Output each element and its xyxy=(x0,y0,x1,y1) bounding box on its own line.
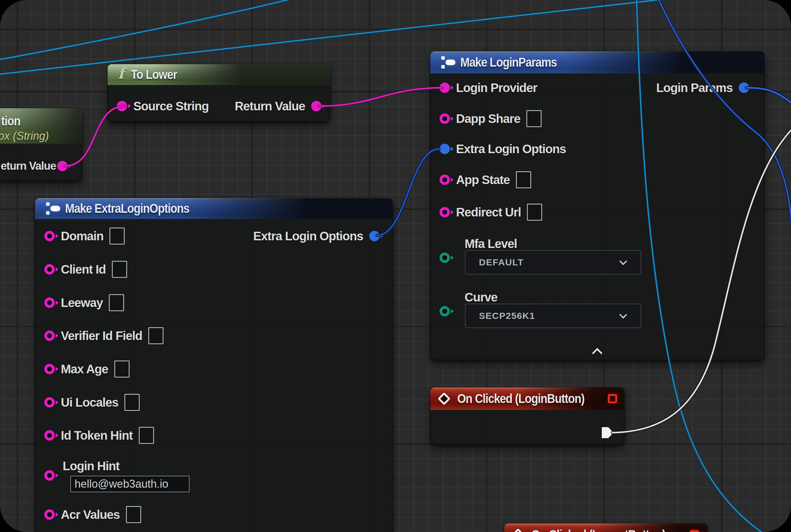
exec-output-pin[interactable] xyxy=(602,427,613,438)
input-pin-max-age[interactable] xyxy=(44,364,55,374)
chevron-down-icon xyxy=(619,311,627,319)
node-title: Make LoginParams xyxy=(460,55,557,70)
output-pin-return-value[interactable] xyxy=(57,161,67,171)
pin-circle xyxy=(440,144,450,154)
pin-label: Extra Login Options xyxy=(253,229,363,243)
icon-pill xyxy=(51,206,60,211)
node-make-extra-login-options[interactable]: Make ExtraLoginOptions Extra Login Optio… xyxy=(35,198,393,532)
mfa-level-dropdown[interactable]: DEFAULT xyxy=(465,250,641,274)
delegate-pin-icon[interactable] xyxy=(608,394,617,403)
blueprint-graph-canvas[interactable]: tion ox (String) eturn Value f To Lower … xyxy=(0,0,791,532)
input-pin-curve[interactable] xyxy=(440,306,450,317)
input-pin-ui-locales[interactable] xyxy=(44,397,55,407)
input-pin-mfa-level[interactable] xyxy=(440,252,450,263)
node-make-login-params[interactable]: Make LoginParams Login Provider Login Pa… xyxy=(430,51,765,360)
collapse-node-chevron[interactable] xyxy=(592,348,602,358)
pin-circle xyxy=(44,231,55,241)
mfa-level-label: Mfa Level xyxy=(465,237,517,251)
input-pin-client-id[interactable] xyxy=(44,264,55,274)
node-header: f To Lower xyxy=(108,64,330,85)
event-diamond-icon xyxy=(438,392,450,405)
curve-dropdown[interactable]: SECP256K1 xyxy=(465,304,641,328)
input-pin-app-state[interactable] xyxy=(440,175,450,185)
login-hint-label: Login Hint xyxy=(63,459,119,473)
pin-circle xyxy=(440,175,450,185)
ui-locales-checkbox[interactable] xyxy=(124,394,140,411)
wire-string-tolower-to-provider[interactable] xyxy=(319,88,442,106)
pin-circle xyxy=(440,252,450,263)
input-pin-source-string[interactable] xyxy=(117,101,127,111)
domain-checkbox[interactable] xyxy=(110,227,125,245)
pin-label: Client Id xyxy=(61,263,106,277)
input-pin-login-hint[interactable] xyxy=(44,470,55,481)
login-hint-input[interactable]: hello@web3auth.io xyxy=(70,476,190,492)
input-pin-redirect-url[interactable] xyxy=(440,207,450,217)
redirect-url-checkbox[interactable] xyxy=(527,204,542,221)
node-header: On Clicked (LoginButton) xyxy=(430,387,624,410)
pin-label: Extra Login Options xyxy=(456,142,566,156)
dapp-share-checkbox[interactable] xyxy=(526,110,542,127)
input-pin-domain[interactable] xyxy=(44,231,55,241)
make-struct-icon xyxy=(45,201,60,216)
input-pin-acr-values[interactable] xyxy=(44,509,55,520)
leeway-checkbox[interactable] xyxy=(109,294,124,311)
output-pin-login-params[interactable] xyxy=(739,82,749,93)
pin-circle xyxy=(44,364,55,374)
chevron-down-icon xyxy=(619,258,627,265)
icon-dot xyxy=(441,56,445,60)
output-pin-return-value[interactable] xyxy=(311,101,322,111)
pin-circle xyxy=(440,82,450,93)
node-on-clicked-logout-button[interactable]: On Clicked (LogoutButton) xyxy=(504,524,708,532)
app-state-checkbox[interactable] xyxy=(516,171,531,188)
id-token-hint-checkbox[interactable] xyxy=(139,427,154,444)
node-title: Make ExtraLoginOptions xyxy=(65,201,189,216)
pin-label: Redirect Url xyxy=(456,206,521,219)
mfa-level-value: DEFAULT xyxy=(479,257,524,268)
pin-label: App State xyxy=(456,173,510,187)
verifier-id-field-checkbox[interactable] xyxy=(148,327,163,344)
pin-label: Dapp Share xyxy=(456,112,520,126)
pin-label: Max Age xyxy=(61,362,108,376)
node-header: Make ExtraLoginOptions xyxy=(35,198,393,219)
input-pin-login-provider[interactable] xyxy=(440,82,450,93)
pin-circle xyxy=(440,306,450,317)
node-title: On Clicked (LoginButton) xyxy=(457,391,584,406)
curve-label: Curve xyxy=(465,290,497,304)
pin-circle xyxy=(44,430,55,441)
input-pin-verifier-id-field[interactable] xyxy=(44,330,55,341)
pin-label: Leeway xyxy=(61,296,103,310)
pin-label: Ui Locales xyxy=(61,396,118,410)
curve-value: SECP256K1 xyxy=(479,311,535,321)
acr-values-checkbox[interactable] xyxy=(126,506,141,523)
pin-label: Login Params xyxy=(656,81,733,95)
input-pin-extra-login-options[interactable] xyxy=(440,144,450,154)
input-pin-leeway[interactable] xyxy=(44,298,55,308)
pin-circle xyxy=(44,298,55,308)
function-icon: f xyxy=(118,66,124,81)
icon-dot xyxy=(441,65,445,69)
node-to-lower[interactable]: f To Lower Source String Return Value xyxy=(108,64,330,122)
pin-circle xyxy=(44,397,55,407)
pin-circle xyxy=(44,264,55,274)
delegate-pin-icon[interactable] xyxy=(690,530,699,532)
pin-label: Id Token Hint xyxy=(61,429,133,442)
pin-circle xyxy=(44,330,55,341)
pin-label: Source String xyxy=(133,99,209,113)
client-id-checkbox[interactable] xyxy=(112,261,127,278)
max-age-checkbox[interactable] xyxy=(114,360,130,378)
pin-label: Acr Values xyxy=(61,508,120,521)
pin-label: eturn Value xyxy=(1,159,56,172)
input-pin-dapp-share[interactable] xyxy=(440,113,450,124)
input-pin-id-token-hint[interactable] xyxy=(44,430,55,441)
wire-cyan-a[interactable] xyxy=(0,0,324,61)
pin-label: Login Provider xyxy=(456,81,537,95)
pin-circle xyxy=(44,470,55,481)
pin-circle xyxy=(44,509,55,520)
node-subtitle-fragment: ox (String) xyxy=(0,130,49,142)
pin-circle xyxy=(117,101,127,111)
node-get-selected-option[interactable]: tion ox (String) eturn Value xyxy=(0,108,82,181)
output-pin-extra-login-options[interactable] xyxy=(369,231,380,241)
node-header: Make LoginParams xyxy=(430,51,765,73)
node-on-clicked-login-button[interactable]: On Clicked (LoginButton) xyxy=(430,387,624,445)
pin-circle xyxy=(739,82,749,93)
